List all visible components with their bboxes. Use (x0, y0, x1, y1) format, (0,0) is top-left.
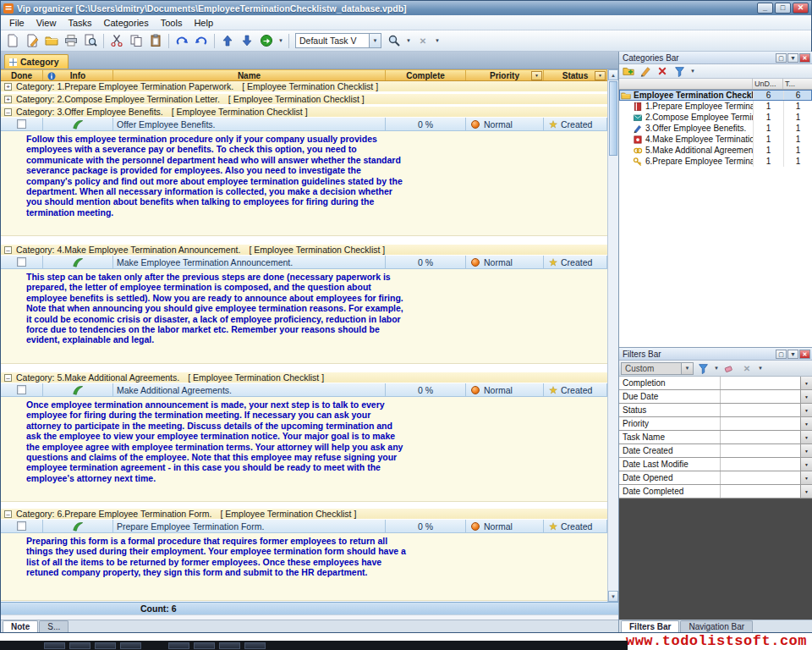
tab-s[interactable]: S... (39, 620, 69, 632)
scroll-down-button[interactable]: ▼ (608, 591, 618, 602)
menu-view[interactable]: View (30, 16, 63, 30)
view-options-arrow[interactable]: ▼ (433, 38, 442, 43)
menu-tools[interactable]: Tools (155, 16, 189, 30)
tree-item-category-5[interactable]: 5.Make Additional Agreements 1 1 (619, 145, 812, 156)
filter-options-arrow[interactable]: ▼ (712, 366, 721, 371)
move-up-button[interactable] (218, 32, 237, 49)
scroll-up-button[interactable]: ▲ (608, 69, 618, 80)
task-notes-preview[interactable]: Preparing this form is a formal procedur… (1, 533, 607, 601)
category-group-row[interactable]: – Category: 6.Prepare Employee Terminati… (1, 509, 607, 520)
new-task-button[interactable] (3, 32, 22, 49)
tree-item-category-2[interactable]: 2.Compose Employee Terminat 1 1 (619, 112, 812, 123)
delete-category-button[interactable] (655, 65, 670, 78)
collapse-icon[interactable]: – (4, 374, 12, 382)
column-undone[interactable]: UnD... (753, 79, 783, 89)
chevron-down-icon[interactable]: ▼ (800, 404, 812, 416)
close-panel-button[interactable]: ✕ (799, 53, 810, 63)
redo-button[interactable] (192, 32, 211, 49)
scrollbar-track[interactable] (608, 157, 618, 591)
filters-more-arrow[interactable]: ▼ (756, 366, 765, 371)
status-filter-button[interactable]: ▼ (595, 71, 606, 80)
taskbar-button[interactable] (219, 642, 240, 649)
taskbar-button[interactable] (69, 642, 91, 649)
category-group-row[interactable]: + Category: 2.Compose Employee Terminati… (1, 94, 607, 105)
filter-row-task-name[interactable]: Task Name▼ (619, 431, 812, 444)
task-done-checkbox[interactable] (17, 119, 26, 129)
filter-row-date-created[interactable]: Date Created▼ (619, 444, 812, 458)
task-row[interactable]: Offer Employee Benefits. 0 % Normal Crea… (1, 118, 607, 131)
close-panel-button[interactable]: ✕ (799, 350, 810, 359)
print-button[interactable] (62, 32, 80, 49)
task-row[interactable]: Make Employee Termination Announcement. … (1, 256, 607, 269)
chevron-down-icon[interactable]: ▼ (369, 34, 381, 47)
taskbar-button[interactable] (194, 642, 215, 649)
collapse-icon[interactable]: – (4, 108, 12, 116)
column-header-done[interactable]: Done (1, 70, 43, 80)
chevron-down-icon[interactable]: ▼ (800, 377, 812, 389)
task-view-combobox[interactable]: Default Task V ▼ (295, 33, 381, 48)
copy-button[interactable] (127, 32, 145, 49)
tree-item-category-1[interactable]: 1.Prepare Employee Terminatio 1 1 (619, 101, 812, 112)
category-options-arrow[interactable]: ▼ (689, 69, 697, 74)
apply-filter-button[interactable] (695, 362, 710, 375)
chevron-down-icon[interactable]: ▼ (800, 471, 812, 484)
expand-icon[interactable]: + (4, 83, 12, 91)
category-group-row[interactable]: – Category: 3.Offer Employee Benefits. [… (1, 107, 607, 118)
chevron-down-icon[interactable]: ▼ (800, 458, 812, 471)
tab-navigation-bar[interactable]: Navigation Bar (680, 620, 753, 632)
float-panel-button[interactable]: ▢ (776, 53, 787, 63)
tab-filters-bar[interactable]: Filters Bar (621, 620, 679, 632)
maximize-button[interactable]: □ (775, 3, 791, 14)
task-done-checkbox[interactable] (17, 521, 26, 531)
find-button[interactable] (385, 32, 403, 49)
filter-row-status[interactable]: Status▼ (619, 404, 812, 417)
paste-button[interactable] (146, 32, 165, 49)
filter-preset-combobox[interactable]: Custom ▼ (621, 362, 694, 375)
task-notes-preview[interactable]: Once employee termination announcement i… (1, 397, 607, 502)
remove-filter-button[interactable]: ✕ (739, 362, 754, 375)
filter-row-date-last-modified[interactable]: Date Last Modifie▼ (619, 458, 812, 471)
category-group-row[interactable]: – Category: 4.Make Employee Termination … (1, 245, 607, 256)
close-button[interactable]: ✕ (793, 3, 809, 14)
find-dropdown-arrow[interactable]: ▼ (404, 38, 413, 43)
chevron-down-icon[interactable]: ▼ (800, 417, 812, 430)
category-group-row[interactable]: – Category: 5.Make Additional Agreements… (1, 372, 607, 383)
filter-row-due-date[interactable]: Due Date▼ (619, 390, 812, 404)
filter-row-completion[interactable]: Completion▼ (619, 377, 812, 390)
collapse-icon[interactable]: – (4, 510, 12, 518)
taskbar-button[interactable] (95, 642, 116, 649)
chevron-down-icon[interactable]: ▼ (800, 444, 812, 457)
filter-row-date-completed[interactable]: Date Completed▼ (619, 485, 812, 499)
menu-categories[interactable]: Categories (98, 16, 155, 30)
toolbar-overflow-arrow[interactable]: ▼ (277, 38, 285, 43)
menu-help[interactable]: Help (188, 16, 219, 30)
vertical-scrollbar[interactable]: ▲ ▼ (607, 69, 618, 602)
autohide-panel-button[interactable]: ▼ (787, 350, 798, 359)
move-down-button[interactable] (238, 32, 256, 49)
collapse-icon[interactable]: – (4, 246, 12, 254)
task-row[interactable]: Prepare Employee Termination Form. 0 % N… (1, 520, 607, 533)
tree-item-category-3[interactable]: 3.Offer Employee Benefits. 1 1 (619, 123, 812, 134)
group-by-category-tab[interactable]: Category (4, 54, 69, 69)
column-header-status[interactable]: Status▼ (544, 70, 607, 80)
tree-item-category-6[interactable]: 6.Prepare Employee Terminatio 1 1 (619, 156, 812, 167)
expand-icon[interactable]: + (4, 96, 12, 103)
column-header-name[interactable]: Name (113, 70, 386, 80)
chevron-down-icon[interactable]: ▼ (800, 390, 812, 403)
taskbar-button[interactable] (44, 642, 65, 649)
task-notes-preview[interactable]: This step can be taken only after the pr… (1, 269, 607, 364)
menu-file[interactable]: File (3, 16, 30, 30)
column-header-priority[interactable]: Priority▼ (466, 70, 544, 80)
menu-tasks[interactable]: Tasks (62, 16, 97, 30)
tab-note[interactable]: Note (3, 620, 38, 632)
tree-item-checklist-root[interactable]: Employee Termination Checklis 6 6 (619, 90, 812, 101)
column-total[interactable]: T... (783, 79, 812, 89)
column-header-complete[interactable]: Complete (386, 70, 466, 80)
priority-filter-button[interactable]: ▼ (531, 71, 542, 80)
cut-button[interactable] (107, 32, 126, 49)
open-database-button[interactable] (42, 32, 61, 49)
task-row[interactable]: Make Additional Agreements. 0 % Normal C… (1, 383, 607, 397)
filter-row-date-opened[interactable]: Date Opened▼ (619, 471, 812, 485)
task-done-checkbox[interactable] (17, 257, 26, 267)
scrollbar-thumb[interactable] (609, 81, 617, 156)
